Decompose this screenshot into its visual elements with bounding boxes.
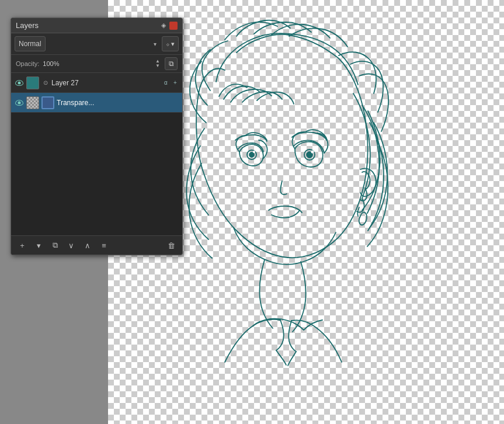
move-up-icon: ∧ (85, 241, 91, 250)
group-layer-button[interactable]: ⧉ (48, 239, 61, 252)
layer-item[interactable]: Transpare... (11, 93, 182, 113)
blend-mode-row: Normal ⬦ ▾ (11, 33, 182, 55)
alpha-badge: α (162, 79, 170, 87)
properties-icon: ≡ (102, 241, 106, 250)
move-layer-down-button[interactable]: ∨ (65, 239, 78, 252)
copy-to-new-layer-button[interactable]: ⧉ (165, 57, 178, 70)
filter-dropdown-icon: ▾ (171, 40, 175, 48)
svg-point-1 (249, 152, 254, 157)
opacity-label: Opacity: (16, 60, 39, 67)
svg-point-2 (253, 151, 255, 153)
layer-list: ⊙ Layer 27 α + Transpare... (11, 73, 182, 113)
layer-visibility-toggle[interactable] (14, 98, 25, 108)
move-layer-up-button[interactable]: ∧ (81, 239, 94, 252)
layer-name: Transpare... (57, 99, 179, 107)
add-icon: + (20, 241, 25, 250)
add-layer-dropdown[interactable]: ▾ (32, 239, 45, 252)
opacity-spinner[interactable]: ▲ ▼ (155, 59, 160, 68)
move-down-icon: ∨ (68, 241, 74, 250)
add-layer-button[interactable]: + (16, 239, 29, 252)
layer-visibility-toggle[interactable] (14, 78, 25, 88)
layer-badges: α + (162, 79, 179, 87)
layer-type-icon: ⊙ (41, 79, 50, 87)
filter-icon: ⬦ (166, 40, 170, 47)
group-icon: ⧉ (53, 241, 58, 250)
title-icons: ◈ (161, 22, 178, 30)
dropdown-arrow-icon: ▾ (37, 241, 41, 250)
layer-empty-area (11, 113, 182, 235)
blend-mode-select[interactable]: Normal (15, 36, 46, 51)
pin-icon[interactable]: ◈ (161, 22, 166, 29)
eye-icon (15, 100, 23, 106)
opacity-value: 100% (43, 60, 59, 67)
close-button[interactable] (169, 22, 178, 30)
layers-panel: Layers ◈ Normal ⬦ ▾ Opacity: 100% ▲ ▼ ⧉ (11, 18, 183, 255)
layer-properties-button[interactable]: ≡ (98, 239, 110, 252)
delete-layer-button[interactable]: 🗑 (165, 239, 178, 252)
layer-name: Layer 27 (51, 79, 162, 87)
layer-item[interactable]: ⊙ Layer 27 α + (11, 73, 182, 93)
svg-point-5 (311, 151, 314, 154)
opacity-down-arrow[interactable]: ▼ (155, 64, 160, 68)
layer-thumbnail (26, 77, 39, 89)
panel-title: Layers (16, 21, 39, 30)
layer-thumbnail-secondary (41, 96, 54, 109)
panel-toolbar: + ▾ ⧉ ∨ ∧ ≡ 🗑 (11, 235, 182, 255)
blend-mode-wrapper: Normal (15, 36, 159, 51)
panel-title-bar: Layers ◈ (11, 18, 182, 33)
delete-icon: 🗑 (168, 241, 175, 250)
layer-thumbnail (26, 96, 39, 109)
copy-icon: ⧉ (169, 60, 174, 68)
eye-icon (15, 80, 23, 86)
filter-button[interactable]: ⬦ ▾ (162, 36, 179, 51)
plus-badge: + (171, 79, 179, 87)
opacity-row: Opacity: 100% ▲ ▼ ⧉ (11, 55, 182, 73)
